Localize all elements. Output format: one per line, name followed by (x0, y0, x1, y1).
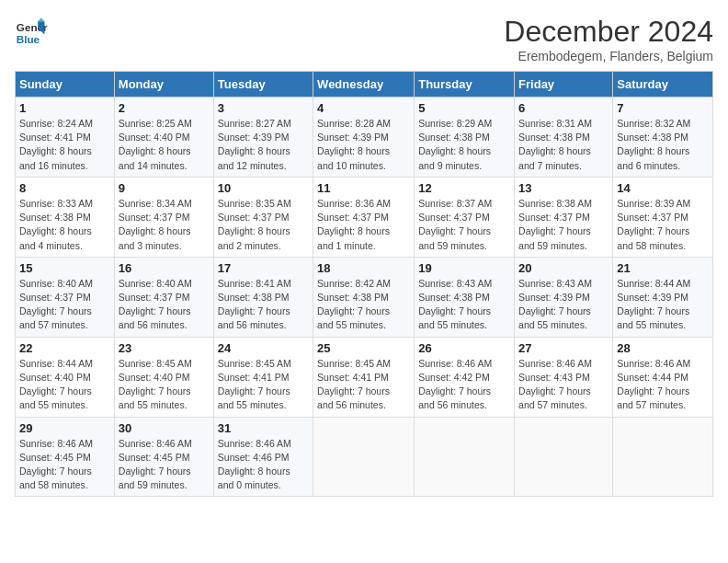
calendar-cell: 27Sunrise: 8:46 AM Sunset: 4:43 PM Dayli… (515, 337, 613, 417)
day-info: Sunrise: 8:38 AM Sunset: 4:37 PM Dayligh… (518, 197, 609, 253)
day-number: 24 (218, 341, 309, 355)
day-info: Sunrise: 8:25 AM Sunset: 4:40 PM Dayligh… (119, 117, 210, 173)
calendar-cell: 31Sunrise: 8:46 AM Sunset: 4:46 PM Dayli… (213, 417, 313, 497)
day-number: 9 (119, 181, 210, 195)
calendar-cell: 6Sunrise: 8:31 AM Sunset: 4:38 PM Daylig… (515, 98, 613, 178)
calendar-cell: 30Sunrise: 8:46 AM Sunset: 4:45 PM Dayli… (114, 417, 213, 497)
day-number: 19 (418, 261, 510, 275)
day-header-monday: Monday (114, 72, 213, 98)
day-info: Sunrise: 8:46 AM Sunset: 4:42 PM Dayligh… (418, 357, 510, 413)
day-number: 18 (317, 261, 410, 275)
day-info: Sunrise: 8:41 AM Sunset: 4:38 PM Dayligh… (218, 277, 309, 333)
day-info: Sunrise: 8:35 AM Sunset: 4:37 PM Dayligh… (218, 197, 309, 253)
calendar-cell: 21Sunrise: 8:44 AM Sunset: 4:39 PM Dayli… (613, 257, 713, 337)
day-number: 14 (617, 181, 709, 195)
calendar-week-5: 29Sunrise: 8:46 AM Sunset: 4:45 PM Dayli… (16, 417, 713, 497)
day-info: Sunrise: 8:45 AM Sunset: 4:41 PM Dayligh… (317, 357, 410, 413)
day-number: 22 (19, 341, 110, 355)
calendar-cell: 10Sunrise: 8:35 AM Sunset: 4:37 PM Dayli… (213, 177, 313, 257)
calendar: SundayMondayTuesdayWednesdayThursdayFrid… (15, 71, 713, 497)
calendar-cell: 29Sunrise: 8:46 AM Sunset: 4:45 PM Dayli… (16, 417, 115, 497)
calendar-cell: 24Sunrise: 8:45 AM Sunset: 4:41 PM Dayli… (213, 337, 313, 417)
day-info: Sunrise: 8:32 AM Sunset: 4:38 PM Dayligh… (617, 117, 709, 173)
day-info: Sunrise: 8:43 AM Sunset: 4:38 PM Dayligh… (418, 277, 510, 333)
day-number: 2 (119, 101, 210, 115)
day-number: 7 (617, 101, 709, 115)
day-number: 16 (119, 261, 210, 275)
day-info: Sunrise: 8:37 AM Sunset: 4:37 PM Dayligh… (418, 197, 510, 253)
day-number: 6 (518, 101, 609, 115)
calendar-cell: 11Sunrise: 8:36 AM Sunset: 4:37 PM Dayli… (313, 177, 415, 257)
calendar-cell: 25Sunrise: 8:45 AM Sunset: 4:41 PM Dayli… (313, 337, 415, 417)
day-info: Sunrise: 8:42 AM Sunset: 4:38 PM Dayligh… (317, 277, 410, 333)
day-number: 28 (617, 341, 709, 355)
subtitle: Erembodegem, Flanders, Belgium (504, 49, 713, 63)
day-info: Sunrise: 8:43 AM Sunset: 4:39 PM Dayligh… (518, 277, 609, 333)
calendar-cell: 8Sunrise: 8:33 AM Sunset: 4:38 PM Daylig… (16, 177, 115, 257)
day-header-sunday: Sunday (16, 72, 115, 98)
calendar-week-4: 22Sunrise: 8:44 AM Sunset: 4:40 PM Dayli… (16, 337, 713, 417)
calendar-cell: 14Sunrise: 8:39 AM Sunset: 4:37 PM Dayli… (613, 177, 713, 257)
day-info: Sunrise: 8:29 AM Sunset: 4:38 PM Dayligh… (418, 117, 510, 173)
day-info: Sunrise: 8:46 AM Sunset: 4:46 PM Dayligh… (218, 437, 309, 493)
calendar-cell: 19Sunrise: 8:43 AM Sunset: 4:38 PM Dayli… (415, 257, 515, 337)
day-header-wednesday: Wednesday (313, 72, 415, 98)
calendar-cell: 3Sunrise: 8:27 AM Sunset: 4:39 PM Daylig… (213, 98, 313, 178)
calendar-week-3: 15Sunrise: 8:40 AM Sunset: 4:37 PM Dayli… (16, 257, 713, 337)
day-number: 4 (317, 101, 410, 115)
day-info: Sunrise: 8:40 AM Sunset: 4:37 PM Dayligh… (19, 277, 110, 333)
day-number: 17 (218, 261, 309, 275)
calendar-cell: 17Sunrise: 8:41 AM Sunset: 4:38 PM Dayli… (213, 257, 313, 337)
calendar-cell (415, 417, 515, 497)
day-info: Sunrise: 8:31 AM Sunset: 4:38 PM Dayligh… (518, 117, 609, 173)
day-number: 15 (19, 261, 110, 275)
day-number: 27 (518, 341, 609, 355)
day-number: 10 (218, 181, 309, 195)
calendar-cell: 2Sunrise: 8:25 AM Sunset: 4:40 PM Daylig… (114, 98, 213, 178)
day-info: Sunrise: 8:34 AM Sunset: 4:37 PM Dayligh… (119, 197, 210, 253)
day-info: Sunrise: 8:45 AM Sunset: 4:41 PM Dayligh… (218, 357, 309, 413)
day-number: 12 (418, 181, 510, 195)
calendar-cell: 1Sunrise: 8:24 AM Sunset: 4:41 PM Daylig… (16, 98, 115, 178)
calendar-cell: 4Sunrise: 8:28 AM Sunset: 4:39 PM Daylig… (313, 98, 415, 178)
title-area: December 2024 Erembodegem, Flanders, Bel… (504, 15, 713, 63)
calendar-cell: 18Sunrise: 8:42 AM Sunset: 4:38 PM Dayli… (313, 257, 415, 337)
day-info: Sunrise: 8:36 AM Sunset: 4:37 PM Dayligh… (317, 197, 410, 253)
day-info: Sunrise: 8:46 AM Sunset: 4:45 PM Dayligh… (119, 437, 210, 493)
day-number: 13 (518, 181, 609, 195)
day-header-friday: Friday (515, 72, 613, 98)
day-header-thursday: Thursday (415, 72, 515, 98)
day-info: Sunrise: 8:44 AM Sunset: 4:40 PM Dayligh… (19, 357, 110, 413)
day-number: 29 (19, 421, 110, 435)
calendar-cell (613, 417, 713, 497)
calendar-cell: 26Sunrise: 8:46 AM Sunset: 4:42 PM Dayli… (415, 337, 515, 417)
day-number: 21 (617, 261, 709, 275)
logo-icon: General Blue (15, 15, 48, 48)
day-header-saturday: Saturday (613, 72, 713, 98)
header: General Blue December 2024 Erembodegem, … (15, 15, 713, 63)
day-header-tuesday: Tuesday (213, 72, 313, 98)
calendar-cell: 13Sunrise: 8:38 AM Sunset: 4:37 PM Dayli… (515, 177, 613, 257)
calendar-cell: 28Sunrise: 8:46 AM Sunset: 4:44 PM Dayli… (613, 337, 713, 417)
calendar-cell: 15Sunrise: 8:40 AM Sunset: 4:37 PM Dayli… (16, 257, 115, 337)
day-info: Sunrise: 8:33 AM Sunset: 4:38 PM Dayligh… (19, 197, 110, 253)
day-info: Sunrise: 8:24 AM Sunset: 4:41 PM Dayligh… (19, 117, 110, 173)
day-info: Sunrise: 8:40 AM Sunset: 4:37 PM Dayligh… (119, 277, 210, 333)
calendar-cell: 16Sunrise: 8:40 AM Sunset: 4:37 PM Dayli… (114, 257, 213, 337)
calendar-cell: 20Sunrise: 8:43 AM Sunset: 4:39 PM Dayli… (515, 257, 613, 337)
day-info: Sunrise: 8:46 AM Sunset: 4:43 PM Dayligh… (518, 357, 609, 413)
calendar-week-2: 8Sunrise: 8:33 AM Sunset: 4:38 PM Daylig… (16, 177, 713, 257)
day-number: 3 (218, 101, 309, 115)
day-info: Sunrise: 8:27 AM Sunset: 4:39 PM Dayligh… (218, 117, 309, 173)
main-title: December 2024 (504, 15, 713, 49)
day-number: 31 (218, 421, 309, 435)
calendar-cell: 7Sunrise: 8:32 AM Sunset: 4:38 PM Daylig… (613, 98, 713, 178)
calendar-week-1: 1Sunrise: 8:24 AM Sunset: 4:41 PM Daylig… (16, 98, 713, 178)
calendar-header-row: SundayMondayTuesdayWednesdayThursdayFrid… (16, 72, 713, 98)
day-number: 26 (418, 341, 510, 355)
day-number: 30 (119, 421, 210, 435)
svg-marker-3 (38, 18, 44, 22)
day-info: Sunrise: 8:46 AM Sunset: 4:45 PM Dayligh… (19, 437, 110, 493)
day-number: 5 (418, 101, 510, 115)
day-info: Sunrise: 8:39 AM Sunset: 4:37 PM Dayligh… (617, 197, 709, 253)
